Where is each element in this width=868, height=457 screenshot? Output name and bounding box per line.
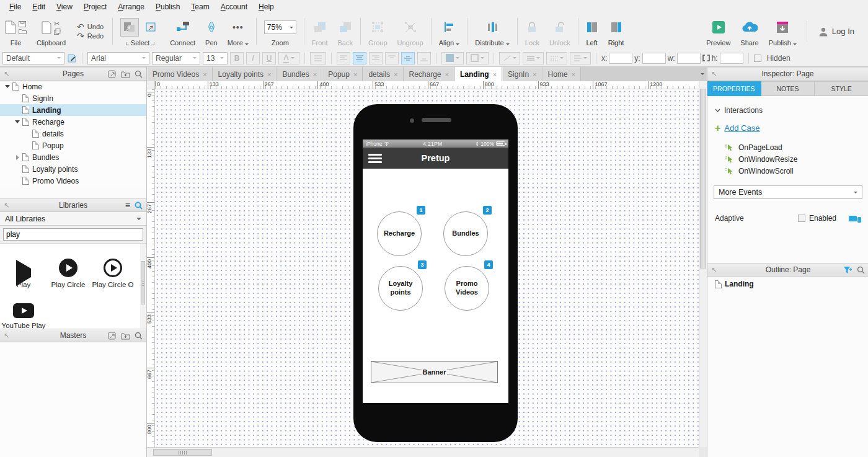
y-input[interactable] (642, 53, 666, 64)
collapse-inspector-icon[interactable]: ↖ (711, 70, 717, 78)
add-master-icon[interactable] (108, 332, 117, 340)
menu-help[interactable]: Help (253, 1, 280, 12)
tree-expander-icon[interactable] (4, 85, 11, 88)
zoom-select[interactable]: 75% (264, 20, 296, 34)
tab-promo-videos[interactable]: Promo Videos× (147, 67, 213, 81)
clipboard-group[interactable]: ✂ Clipboard (32, 13, 71, 50)
more-events-select[interactable]: More Events (714, 185, 862, 199)
copy-icon[interactable] (54, 29, 61, 35)
hidden-checkbox[interactable] (754, 55, 761, 62)
libraries-menu-icon[interactable]: ≡ (125, 200, 130, 210)
event-onwindowscroll[interactable]: OnWindowScroll (725, 165, 868, 177)
fill-color-button[interactable] (441, 52, 464, 64)
canvas-horizontal-scrollbar[interactable] (147, 447, 699, 457)
left-panel-toggle[interactable]: Left (581, 13, 603, 50)
tab-close-icon[interactable]: × (493, 71, 497, 78)
outline-search-icon[interactable] (857, 266, 865, 274)
lock-group[interactable]: Lock (520, 13, 544, 50)
collapse-pages-icon[interactable]: ↖ (4, 70, 9, 78)
tab-landing[interactable]: Landing× (454, 67, 502, 81)
paste-icon[interactable] (42, 20, 51, 34)
outline-filter-icon[interactable] (843, 266, 852, 274)
underline-button[interactable]: U (262, 52, 276, 64)
inspector-tab-notes[interactable]: NOTES (761, 81, 815, 96)
tab-recharge[interactable]: Recharge× (404, 67, 454, 81)
x-input[interactable] (609, 53, 632, 64)
save-icon[interactable] (19, 21, 27, 27)
bold-button[interactable]: B (230, 52, 244, 64)
right-panel-toggle[interactable]: Right (603, 13, 629, 50)
back-group[interactable]: Back (333, 13, 358, 50)
line-weight-button[interactable] (499, 52, 520, 64)
page-item-details[interactable]: details (0, 128, 146, 140)
tab-home[interactable]: Home× (542, 67, 581, 81)
menu-project[interactable]: Project (78, 1, 112, 12)
tree-expander-icon[interactable] (14, 155, 21, 160)
libraries-search-input[interactable] (3, 228, 143, 241)
menu-team[interactable]: Team (185, 1, 215, 12)
event-onpageload[interactable]: OnPageLoad (725, 141, 868, 153)
align-group[interactable]: Align (434, 13, 465, 50)
style-preset-select[interactable]: Default (2, 52, 64, 64)
font-family-select[interactable]: Arial (87, 52, 149, 64)
tab-close-icon[interactable]: × (394, 71, 397, 78)
arrow-style-button[interactable] (546, 52, 567, 64)
select-intersect-button[interactable] (120, 18, 139, 37)
collapse-outline-icon[interactable]: ↖ (711, 266, 717, 274)
cut-icon[interactable]: ✂ (54, 20, 61, 28)
adaptive-enabled-checkbox[interactable] (798, 215, 805, 222)
share-group[interactable]: Share (735, 13, 763, 50)
tab-close-icon[interactable]: × (267, 71, 271, 78)
border-color-button[interactable] (466, 52, 489, 64)
libraries-scrollbar[interactable] (140, 244, 146, 331)
tab-close-icon[interactable]: × (203, 71, 206, 78)
menu-view[interactable]: View (51, 1, 78, 12)
tab-close-icon[interactable]: × (445, 71, 449, 78)
design-canvas[interactable]: iPhone 4:21PM 100% Pretup Recharge1Bundl… (155, 89, 699, 447)
tab-signin[interactable]: SignIn× (502, 67, 542, 81)
page-item-popup[interactable]: Popup (0, 140, 146, 151)
menu-arrange[interactable]: Arrange (112, 1, 150, 12)
font-color-button[interactable]: A (278, 52, 299, 64)
add-page-icon[interactable] (108, 70, 117, 78)
h-input[interactable] (720, 53, 743, 64)
menu-file[interactable]: File (4, 1, 27, 12)
collapse-masters-icon[interactable]: ↖ (4, 332, 9, 340)
edit-style-icon[interactable] (67, 53, 77, 63)
publish-group[interactable]: Publish (764, 13, 802, 50)
distribute-group[interactable]: Distribute (470, 13, 515, 50)
align-bottom-button[interactable] (417, 52, 431, 64)
unlock-group[interactable]: Unlock (544, 13, 575, 50)
bullet-list-button[interactable] (570, 52, 591, 64)
group-group[interactable]: Group (363, 13, 392, 50)
tab-close-icon[interactable]: × (353, 71, 357, 78)
phone-mockup[interactable]: iPhone 4:21PM 100% Pretup Recharge1Bundl… (353, 104, 518, 442)
tab-popup[interactable]: Popup× (322, 67, 363, 81)
front-group[interactable]: Front (307, 13, 333, 50)
widget-play-circle-o[interactable]: Play Circle O (91, 247, 135, 288)
inspector-tab-style[interactable]: STYLE (815, 81, 868, 96)
add-folder-icon[interactable] (121, 70, 130, 78)
inspector-tab-properties[interactable]: PROPERTIES (707, 81, 761, 96)
ungroup-group[interactable]: Ungroup (392, 13, 428, 50)
italic-button[interactable]: I (246, 52, 260, 64)
hamburger-menu-icon[interactable] (368, 154, 382, 163)
tile-bundles[interactable]: Bundles2 (443, 211, 488, 256)
font-size-select[interactable]: 13 (203, 52, 228, 64)
widget-play-circle[interactable]: Play Circle (46, 247, 91, 288)
page-item-signin[interactable]: SignIn (0, 92, 146, 104)
file-group[interactable]: File (0, 13, 32, 50)
align-text-right-button[interactable] (369, 52, 383, 64)
font-weight-select[interactable]: Regular (152, 52, 200, 64)
banner-placeholder[interactable]: Banner (371, 361, 498, 383)
redo-button[interactable]: ↷Redo (77, 32, 104, 40)
event-onwindowresize[interactable]: OnWindowResize (725, 153, 868, 165)
menu-edit[interactable]: Edit (27, 1, 51, 12)
new-file-icon[interactable] (5, 20, 16, 34)
tab-close-icon[interactable]: × (533, 71, 536, 78)
more-group[interactable]: ••• More (223, 13, 254, 50)
tile-recharge[interactable]: Recharge1 (377, 211, 422, 256)
tile-loyalty-points[interactable]: Loyalty points3 (378, 266, 423, 311)
adaptive-devices-icon[interactable] (849, 215, 861, 223)
add-case-link[interactable]: Add Case (724, 123, 760, 133)
